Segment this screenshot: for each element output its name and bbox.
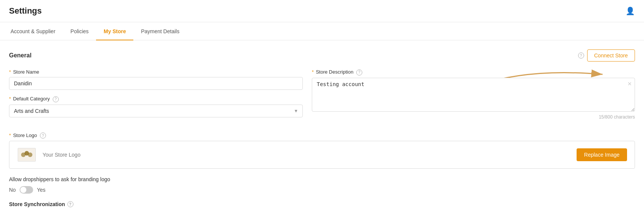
tab-payment-details[interactable]: Payment Details <box>133 22 187 40</box>
store-description-group: * Store Description ? Testing account ✕ … <box>312 69 635 120</box>
store-sync-label: Store Synchronization <box>9 201 65 207</box>
branding-section: Allow dropshippers to ask for branding l… <box>9 176 635 194</box>
tab-bar: Account & Supplier Policies My Store Pay… <box>0 22 644 40</box>
toggle-row: No Yes <box>9 186 635 194</box>
connect-store-area: ? Connect Store <box>578 49 635 62</box>
default-category-select[interactable]: Arts and Crafts Electronics Clothing Hom… <box>9 105 303 117</box>
tab-policies[interactable]: Policies <box>63 22 96 40</box>
logo-box: Your Store Logo Replace Image <box>9 141 635 169</box>
form-row-main: * Store Name * Default Category ? Arts a… <box>9 69 635 126</box>
replace-image-button[interactable]: Replace Image <box>577 148 627 161</box>
store-sync-section: Store Synchronization ? <box>9 201 635 207</box>
main-content: General ? Connect Store * Store Name <box>0 40 644 211</box>
form-left-col: * Store Name * Default Category ? Arts a… <box>9 69 303 126</box>
connect-store-button[interactable]: Connect Store <box>587 49 635 62</box>
category-help-icon[interactable]: ? <box>53 96 59 102</box>
logo-help-icon[interactable]: ? <box>40 132 46 139</box>
store-logo-label: * Store Logo ? <box>9 132 635 139</box>
required-star-cat: * <box>9 96 11 102</box>
toggle-no-label: No <box>9 187 16 193</box>
sync-title-row: Store Synchronization ? <box>9 201 635 207</box>
connect-store-help-icon[interactable]: ? <box>578 52 584 59</box>
store-name-group: * Store Name <box>9 69 303 90</box>
required-star-desc: * <box>312 69 314 75</box>
branding-toggle[interactable] <box>20 186 33 194</box>
logo-text: Your Store Logo <box>43 152 81 158</box>
logo-svg <box>20 149 34 160</box>
page-header: Settings 👤 <box>0 0 644 22</box>
textarea-wrapper: Testing account ✕ <box>312 78 635 113</box>
store-logo-section: * Store Logo ? Your Store Logo <box>9 132 635 169</box>
form-right-col: * Store Description ? Testing account ✕ … <box>312 69 635 126</box>
default-category-group: * Default Category ? Arts and Crafts Ele… <box>9 96 303 117</box>
section-header: General ? Connect Store <box>9 49 635 62</box>
page-title: Settings <box>9 6 42 16</box>
description-help-icon[interactable]: ? <box>356 69 362 75</box>
required-star: * <box>9 69 11 75</box>
default-category-label: * Default Category ? <box>9 96 303 102</box>
category-select-wrapper: Arts and Crafts Electronics Clothing Hom… <box>9 105 303 117</box>
tab-account-supplier[interactable]: Account & Supplier <box>9 22 63 40</box>
user-icon[interactable]: 👤 <box>626 6 635 15</box>
section-title: General <box>9 52 32 59</box>
branding-title: Allow dropshippers to ask for branding l… <box>9 176 635 182</box>
store-description-textarea[interactable]: Testing account <box>312 78 635 112</box>
char-count: 15/800 characters <box>312 114 635 120</box>
required-star-logo: * <box>9 132 11 138</box>
tab-my-store[interactable]: My Store <box>96 22 133 40</box>
store-name-label: * Store Name <box>9 69 303 75</box>
toggle-knob <box>20 187 26 193</box>
sync-help-icon[interactable]: ? <box>67 201 73 207</box>
logo-left: Your Store Logo <box>17 147 81 162</box>
store-description-label: * Store Description ? <box>312 69 635 75</box>
logo-image-preview <box>17 147 37 162</box>
textarea-clear-icon[interactable]: ✕ <box>627 81 632 87</box>
logo-img-placeholder <box>18 148 36 162</box>
svg-point-3 <box>28 152 32 157</box>
toggle-yes-label: Yes <box>37 187 46 193</box>
store-name-input[interactable] <box>9 77 303 90</box>
